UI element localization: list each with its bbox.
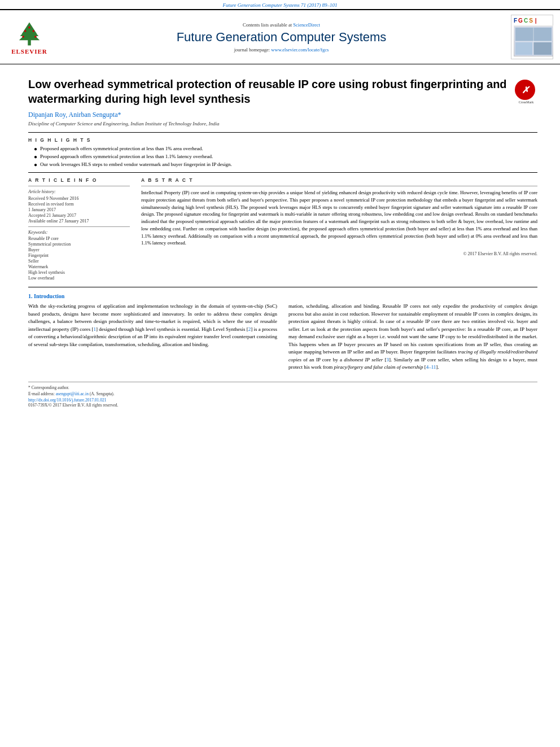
fgcs-s: S: [529, 18, 533, 24]
highlights-label: H I G H L I G H T S: [28, 137, 537, 143]
bullet-icon-2: ●: [34, 154, 37, 160]
divider-1: [28, 132, 537, 133]
received-date: Received 9 November 2016: [28, 196, 130, 201]
corresponding-author-note: * Corresponding author.: [28, 385, 537, 390]
article-history-label: Article history:: [28, 189, 130, 194]
crossmark-label: CrossMark: [515, 101, 537, 104]
authors: Dipanjan Roy, Anirban Sengupta*: [28, 111, 537, 119]
highlight-item-1: ● Proposed approach offers symmetrical p…: [34, 146, 537, 152]
fgcs-logo-box: F G C S |: [511, 15, 553, 59]
journal-homepage-line: journal homepage: www.elsevier.com/locat…: [58, 47, 505, 53]
italic-tracing: tracing of illegally resold/redistribute…: [288, 349, 537, 362]
accepted-date: Accepted 21 January 2017: [28, 213, 130, 218]
elsevier-brand-text: ELSEVIER: [11, 48, 47, 55]
ref-2[interactable]: 2: [248, 326, 251, 332]
ref-3[interactable]: 3: [386, 357, 389, 362]
contents-available-line: Contents lists available at ScienceDirec…: [58, 22, 505, 28]
intro-heading: 1. Introduction: [28, 293, 537, 299]
keyword-6: High level synthesis: [28, 270, 130, 275]
intro-number: 1.: [28, 293, 34, 299]
divider-3: [28, 287, 537, 287]
article-info-section: A R T I C L E I N F O Article history: R…: [28, 177, 130, 281]
highlight-text-1: Proposed approach offers symmetrical pro…: [40, 146, 203, 151]
fgcs-c: C: [524, 18, 528, 24]
email-link[interactable]: asengupt@iiti.ac.in: [56, 391, 89, 396]
journal-header-center: Contents lists available at ScienceDirec…: [58, 22, 505, 53]
paper-title: Low overhead symmetrical protection of r…: [28, 77, 509, 106]
svg-point-4: [24, 30, 27, 32]
elsevier-logo: ELSEVIER: [7, 20, 52, 55]
received-revised-label: Received in revised form: [28, 202, 130, 207]
keyword-2: Buyer: [28, 247, 130, 252]
homepage-label: journal homepage:: [234, 47, 270, 53]
svg-rect-11: [515, 42, 532, 55]
paper-title-section: Low overhead symmetrical protection of r…: [28, 70, 537, 111]
revised-date: 1 January 2017: [28, 207, 130, 212]
svg-point-7: [34, 36, 37, 38]
corresponding-label: * Corresponding author.: [28, 385, 69, 390]
fgcs-g: G: [518, 18, 523, 24]
affiliation: Discipline of Computer Science and Engin…: [28, 121, 537, 126]
available-date: Available online 27 January 2017: [28, 219, 130, 224]
highlights-section: H I G H L I G H T S ● Proposed approach …: [28, 137, 537, 168]
keywords-label: Keywords:: [28, 230, 130, 235]
highlight-item-2: ● Proposed approach offers symmetrical p…: [34, 154, 537, 160]
highlight-text-3: Our work leverages HLS steps to embed ve…: [40, 161, 232, 167]
intro-para-2: mation, scheduling, allocation and bindi…: [288, 303, 537, 372]
homepage-link[interactable]: www.elsevier.com/locate/fgcs: [271, 47, 329, 53]
keyword-5: Watermark: [28, 264, 130, 269]
article-info-abstract: A R T I C L E I N F O Article history: R…: [28, 177, 537, 281]
keyword-7: Low overhead: [28, 276, 130, 281]
issn-line: 0167-739X/© 2017 Elsevier B.V. All right…: [28, 403, 537, 408]
keyword-4: Seller: [28, 259, 130, 264]
italic-piracy: piracy/forgery and false claim of owners…: [334, 364, 423, 370]
italic-dishonest: dishonest IP seller: [344, 357, 383, 362]
article-info-label: A R T I C L E I N F O: [28, 177, 130, 183]
info-divider-2: [28, 226, 130, 227]
abstract-label: A B S T R A C T: [141, 177, 537, 183]
journal-citation: Future Generation Computer Systems 71 (2…: [0, 0, 560, 9]
svg-point-5: [32, 30, 34, 32]
journal-citation-text: Future Generation Computer Systems 71 (2…: [222, 2, 337, 8]
bullet-icon-3: ●: [34, 161, 37, 168]
email-name: (A. Sengupta).: [90, 391, 115, 396]
ref-4-11[interactable]: 4–11: [426, 364, 436, 370]
copyright-line: © 2017 Elsevier B.V. All rights reserved…: [141, 251, 537, 256]
contents-label: Contents lists available at: [243, 22, 292, 28]
footnote-section: * Corresponding author. E-mail address: …: [28, 382, 537, 408]
abstract-section: A B S T R A C T Intellectual Property (I…: [141, 177, 537, 281]
journal-title: Future Generation Computer Systems: [58, 30, 505, 45]
fgcs-cover-image: [514, 25, 553, 56]
introduction-section: 1. Introduction With the sky-rocketing p…: [28, 293, 537, 376]
fgcs-letters: F G C S |: [514, 18, 550, 24]
svg-point-8: [28, 26, 30, 28]
intro-col-left: With the sky-rocketing progress of appli…: [28, 303, 277, 376]
intro-body-columns: With the sky-rocketing progress of appli…: [28, 303, 537, 376]
info-divider-1: [28, 186, 130, 186]
elsevier-tree-icon: [12, 20, 46, 48]
crossmark-badge: ✗ CrossMark: [515, 80, 537, 104]
fgcs-i: |: [535, 18, 537, 24]
abstract-divider: [141, 186, 537, 186]
keyword-1: Symmetrical protection: [28, 242, 130, 247]
intro-col-right: mation, scheduling, allocation and bindi…: [288, 303, 537, 376]
svg-rect-12: [533, 42, 552, 55]
ref-1[interactable]: 1: [94, 326, 97, 332]
bullet-icon-1: ●: [34, 146, 37, 152]
main-content: Low overhead symmetrical protection of r…: [0, 64, 560, 413]
highlight-text-2: Proposed approach offers symmetrical pro…: [40, 154, 213, 159]
divider-2: [28, 172, 537, 173]
svg-point-6: [22, 36, 24, 38]
email-line: E-mail address: asengupt@iiti.ac.in (A. …: [28, 391, 537, 396]
intro-para-1: With the sky-rocketing progress of appli…: [28, 303, 277, 348]
keyword-3: Fingerprint: [28, 253, 130, 258]
highlights-list: ● Proposed approach offers symmetrical p…: [28, 146, 537, 168]
email-label: E-mail address:: [28, 391, 55, 396]
crossmark-icon: ✗: [515, 80, 535, 100]
highlight-item-3: ● Our work leverages HLS steps to embed …: [34, 161, 537, 168]
doi-line: http://dx.doi.org/10.1016/j.future.2017.…: [28, 397, 537, 403]
keyword-0: Reusable IP core: [28, 236, 130, 241]
journal-header: ELSEVIER Contents lists available at Sci…: [0, 9, 560, 64]
sciencedirect-link[interactable]: ScienceDirect: [293, 22, 320, 28]
abstract-text: Intellectual Property (IP) core used in …: [141, 189, 537, 247]
